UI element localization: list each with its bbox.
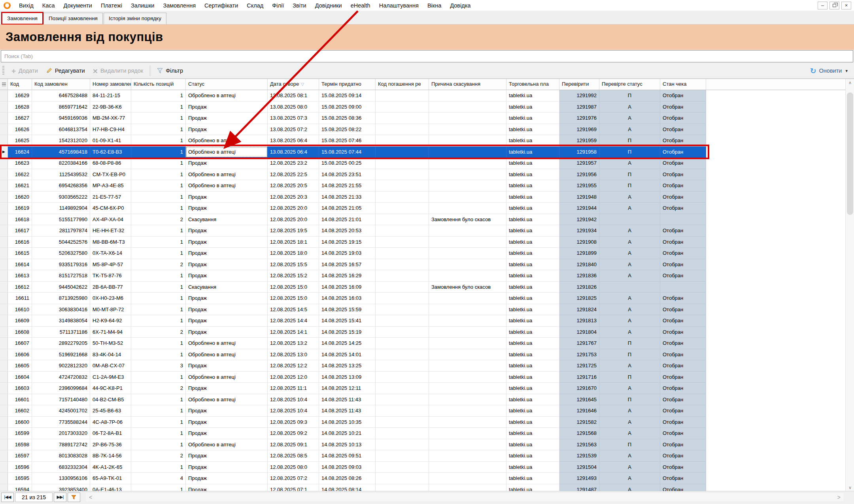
cell-status[interactable]: Продаж (186, 473, 268, 484)
cell-check-number[interactable]: 1291582 (559, 417, 599, 428)
cell-code[interactable]: 16623 (8, 158, 32, 169)
cell-cancel-reason[interactable] (429, 180, 506, 192)
cell-expires[interactable]: 14.08.2025 16:03 (319, 293, 376, 304)
cell-receipt-state[interactable]: Отобран (660, 225, 706, 237)
table-row[interactable]: 16601715714048004-B2-CM-B51Оброблено в а… (0, 394, 854, 406)
cell-status[interactable]: Продаж (186, 315, 268, 327)
cell-redeem-code[interactable] (376, 372, 429, 383)
cell-check-number[interactable]: 1291957 (559, 158, 599, 169)
minimize-button[interactable]: – (818, 2, 828, 9)
cell-code[interactable]: 16625 (8, 135, 32, 147)
cell-status[interactable]: Оброблено в аптеці (186, 394, 268, 406)
cell-check-status[interactable]: П (599, 372, 660, 383)
cell-redeem-code[interactable] (376, 135, 429, 147)
cell-order-number[interactable]: M0-MT-8P-72 (90, 304, 131, 316)
cell-cancel-reason[interactable] (429, 428, 506, 439)
table-row[interactable]: 1659780130830288B-7K-14-562Продаж12.08.2… (0, 450, 854, 462)
cell-check-status[interactable]: А (599, 360, 660, 372)
cell-cancel-reason[interactable] (429, 90, 506, 102)
cell-created[interactable]: 13.08.2025 07:2 (268, 124, 319, 135)
cell-cancel-reason[interactable] (429, 102, 506, 113)
cell-order-number[interactable]: M5-8P-4P-57 (90, 259, 131, 271)
cell-order-code[interactable]: 8013083028 (32, 450, 90, 462)
cell-receipt-state[interactable]: Отобран (660, 405, 706, 417)
cell-qty[interactable]: 1 (131, 338, 186, 349)
cell-order-number[interactable]: C1-2A-9M-E3 (90, 372, 131, 383)
cell-redeem-code[interactable] (376, 180, 429, 192)
cell-order-code[interactable]: 2892279205 (32, 338, 90, 349)
cell-code[interactable]: 16599 (8, 428, 32, 439)
cell-order-number[interactable]: 50-TH-M3-52 (90, 338, 131, 349)
table-row-selected[interactable]: ▶166244571698418T0-62-E8-B31Оброблено в … (0, 147, 854, 158)
table-row[interactable]: 1660077355882444C-A8-7P-061Продаж12.08.2… (0, 417, 854, 428)
cell-cancel-reason[interactable] (429, 304, 506, 316)
cell-created[interactable]: 12.08.2025 20:5 (268, 180, 319, 192)
cell-code[interactable]: 16618 (8, 214, 32, 226)
cell-receipt-state[interactable]: Отобран (660, 248, 706, 259)
chevron-down-icon[interactable]: ▾ (845, 68, 848, 73)
menu-item-3[interactable]: Платежі (96, 2, 127, 9)
cell-order-number[interactable]: 84-11-21-15 (90, 90, 131, 102)
cell-order-code[interactable]: 5155177990 (32, 214, 90, 226)
cell-order-number[interactable]: 22-9B-36-K6 (90, 102, 131, 113)
table-row[interactable]: 16623822038416668-08-P8-861Продаж12.08.2… (0, 158, 854, 169)
cell-code[interactable]: 16611 (8, 293, 32, 304)
cell-check-status[interactable]: П (599, 180, 660, 192)
table-row[interactable]: 1659668323323044K-A1-2K-651Продаж12.08.2… (0, 462, 854, 473)
cell-status[interactable]: Продаж (186, 462, 268, 473)
cell-order-number[interactable]: 6X-71-M4-94 (90, 327, 131, 338)
cell-expires[interactable]: 14.08.2025 15:19 (319, 327, 376, 338)
table-row[interactable]: 16602424500170225-45-B6-631Продаж12.08.2… (0, 405, 854, 417)
cell-platform[interactable]: tabletki.ua (506, 439, 559, 451)
cell-created[interactable]: 12.08.2025 13:2 (268, 338, 319, 349)
cell-status[interactable]: Оброблено в аптеці (186, 349, 268, 361)
vertical-scrollbar[interactable]: ∧ ∨ (845, 79, 854, 491)
cell-order-code[interactable]: 6046813754 (32, 124, 90, 135)
cell-code[interactable]: 16609 (8, 315, 32, 327)
cell-cancel-reason[interactable] (429, 439, 506, 451)
cell-cancel-reason[interactable] (429, 315, 506, 327)
cell-status[interactable]: Продаж (186, 248, 268, 259)
cell-expires[interactable]: 15.08.2025 00:25 (319, 158, 376, 169)
column-filter-icon[interactable]: ▽ (301, 82, 304, 87)
scroll-up-icon[interactable]: ∧ (846, 80, 854, 85)
cell-order-code[interactable]: 1330956106 (32, 473, 90, 484)
cell-redeem-code[interactable] (376, 405, 429, 417)
cell-redeem-code[interactable] (376, 102, 429, 113)
menu-item-14[interactable]: Довідка (446, 2, 475, 9)
table-row[interactable]: 16599201730332006-T2-8A-B11Продаж12.08.2… (0, 428, 854, 439)
cell-code[interactable]: 16604 (8, 372, 32, 383)
cell-code[interactable]: 16615 (8, 248, 32, 259)
cell-created[interactable]: 13.08.2025 06:4 (268, 135, 319, 147)
cell-expires[interactable]: 14.08.2025 21:05 (319, 203, 376, 214)
cell-redeem-code[interactable] (376, 237, 429, 248)
cell-platform[interactable]: tabletki.ua (506, 462, 559, 473)
cell-check-status[interactable] (599, 214, 660, 226)
cell-redeem-code[interactable] (376, 450, 429, 462)
cell-check-status[interactable]: П (599, 90, 660, 102)
cell-cancel-reason[interactable] (429, 327, 506, 338)
cell-code[interactable]: 16613 (8, 270, 32, 282)
cell-check-number[interactable]: 1291487 (559, 484, 599, 491)
cell-cancel-reason[interactable] (429, 225, 506, 237)
cell-status[interactable]: Оброблено в аптеці (186, 169, 268, 181)
cell-created[interactable]: 12.08.2025 15:0 (268, 282, 319, 293)
cell-created[interactable]: 12.08.2025 20:0 (268, 203, 319, 214)
cell-qty[interactable]: 1 (131, 417, 186, 428)
cell-platform[interactable]: tabletki.ua (506, 147, 559, 158)
table-row[interactable]: 1661552063275800X-TA-X6-141Продаж12.08.2… (0, 248, 854, 259)
cell-order-code[interactable]: 1542312020 (32, 135, 90, 147)
column-header-created[interactable]: Дата створе▽ (268, 79, 319, 90)
cell-status[interactable]: Продаж (186, 225, 268, 237)
table-row[interactable]: 1659878891727422P-B6-75-361Оброблено в а… (0, 439, 854, 451)
cell-order-code[interactable]: 9445042622 (32, 282, 90, 293)
cell-receipt-state[interactable]: Отобран (660, 102, 706, 113)
cell-platform[interactable]: tabletki.ua (506, 338, 559, 349)
cell-platform[interactable]: tabletki.ua (506, 124, 559, 135)
cell-status[interactable]: Оброблено в аптеці (186, 135, 268, 147)
cell-redeem-code[interactable] (376, 462, 429, 473)
cell-status[interactable]: Оброблено в аптеці (186, 338, 268, 349)
cell-receipt-state[interactable]: Отобран (660, 450, 706, 462)
tab-0[interactable]: Замовлення (2, 13, 43, 24)
cell-qty[interactable]: 1 (131, 113, 186, 124)
